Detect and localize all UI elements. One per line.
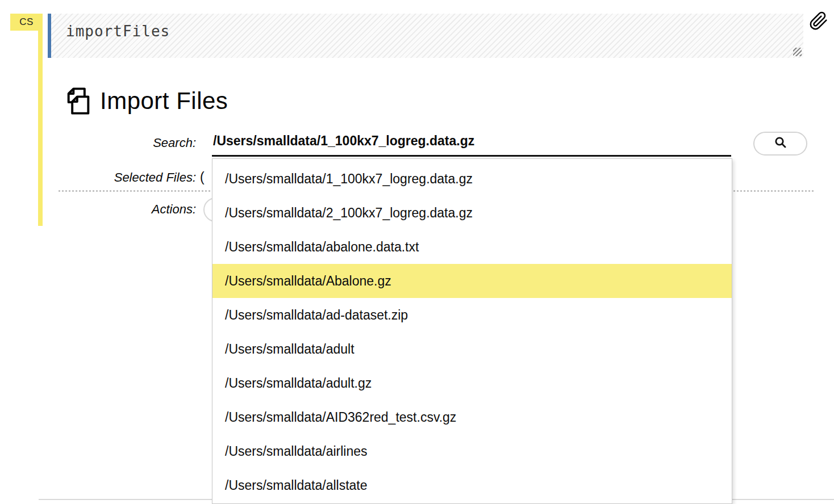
search-icon <box>774 136 787 152</box>
search-label: Search: <box>0 136 196 150</box>
dropdown-item[interactable]: /Users/smalldata/1_100kx7_logreg.data.gz <box>212 162 732 196</box>
dropdown-item[interactable]: /Users/smalldata/AID362red_test.csv.gz <box>212 400 732 434</box>
selected-files-label: Selected Files: <box>0 170 196 185</box>
file-typeahead-dropdown: /Users/smalldata/1_100kx7_logreg.data.gz… <box>212 158 732 504</box>
dropdown-item[interactable]: /Users/smalldata/ad-dataset.zip <box>212 298 732 332</box>
dropdown-item[interactable]: /Users/smalldata/airlines <box>212 434 732 468</box>
search-button[interactable] <box>753 132 807 156</box>
dropdown-item[interactable]: /Users/smalldata/Abalone.gz <box>212 264 732 298</box>
code-cell-editor[interactable]: importFiles <box>48 14 803 58</box>
paperclip-icon[interactable] <box>809 11 828 31</box>
selected-files-value: ( <box>200 170 205 185</box>
flow-notebook-page: CS importFiles Import Files Search: <box>0 0 834 504</box>
dropdown-item[interactable]: /Users/smalldata/adult.gz <box>212 366 732 400</box>
dropdown-item[interactable]: /Users/smalldata/abalone.data.txt <box>212 230 732 264</box>
actions-label: Actions: <box>0 202 196 217</box>
code-cell-text[interactable]: importFiles <box>66 23 170 40</box>
cs-clip-badge[interactable]: CS <box>10 14 43 31</box>
page-title: Import Files <box>100 87 228 115</box>
search-input[interactable] <box>212 131 731 157</box>
dropdown-item[interactable]: /Users/smalldata/adult <box>212 332 732 366</box>
cell-clip-strip <box>38 14 43 226</box>
textarea-resize-grip[interactable] <box>793 48 802 56</box>
import-files-heading: Import Files <box>64 86 228 116</box>
cs-clip-badge-label: CS <box>19 16 34 28</box>
files-icon <box>64 86 93 116</box>
dropdown-item[interactable]: /Users/smalldata/allstate <box>212 468 732 502</box>
dropdown-item[interactable]: /Users/smalldata/2_100kx7_logreg.data.gz <box>212 196 732 230</box>
